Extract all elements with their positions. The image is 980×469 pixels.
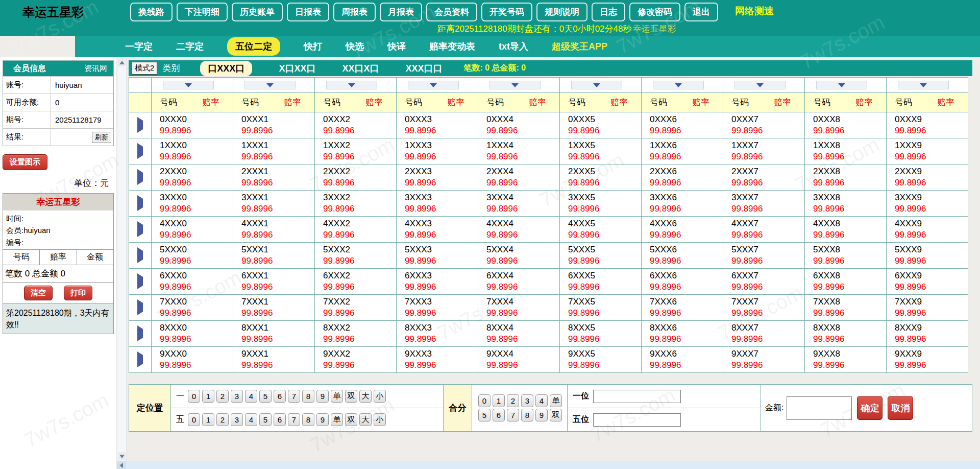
set-image-button[interactable]: 设置图示 <box>3 154 47 170</box>
odds-cell[interactable]: 8XXX099.8996 <box>152 321 233 347</box>
odds-cell[interactable]: 8XXX899.8996 <box>805 321 887 347</box>
odds-cell[interactable]: 3XXX799.8996 <box>723 191 805 217</box>
odds-cell[interactable]: 5XXX099.8996 <box>152 243 233 269</box>
odds-cell[interactable]: 6XXX599.8996 <box>560 269 642 295</box>
odds-cell[interactable]: 2XXX499.8996 <box>478 165 560 191</box>
odds-cell[interactable]: 7XXX399.8996 <box>397 295 478 321</box>
odds-cell[interactable]: 8XXX699.8996 <box>642 321 723 347</box>
odds-cell[interactable]: 3XXX699.8996 <box>642 191 723 217</box>
odds-cell[interactable]: 0XXX999.8996 <box>887 112 968 138</box>
cancel-button[interactable]: 取消 <box>888 396 913 420</box>
sum-button-4[interactable]: 4 <box>535 394 548 407</box>
nav-button-日志[interactable]: 日志 <box>592 3 625 21</box>
odds-cell[interactable]: 1XXX599.8996 <box>560 138 642 165</box>
row-handle[interactable] <box>129 138 152 165</box>
nav-button-日报表[interactable]: 日报表 <box>287 3 329 21</box>
odds-cell[interactable]: 0XXX399.8996 <box>397 112 478 138</box>
scroll-left-button[interactable] <box>117 461 126 469</box>
odds-cell[interactable]: 7XXX899.8996 <box>805 295 887 321</box>
odds-cell[interactable]: 4XXX799.8996 <box>723 217 805 243</box>
sum-button-1[interactable]: 1 <box>493 394 505 407</box>
odds-cell[interactable]: 1XXX499.8996 <box>478 138 560 165</box>
odds-cell[interactable]: 1XXX799.8996 <box>723 138 805 165</box>
digit-button-五-单[interactable]: 单 <box>331 413 343 426</box>
sum-button-3[interactable]: 3 <box>521 394 533 407</box>
odds-cell[interactable]: 6XXX699.8996 <box>642 269 723 295</box>
odds-cell[interactable]: 3XXX999.8996 <box>887 191 968 217</box>
column-filter-dropdown[interactable] <box>326 81 377 89</box>
digit-button-一-3[interactable]: 3 <box>231 390 243 403</box>
odds-cell[interactable]: 7XXX799.8996 <box>723 295 805 321</box>
odds-cell[interactable]: 6XXX199.8996 <box>233 269 315 295</box>
column-filter-dropdown[interactable] <box>653 81 704 89</box>
row-handle[interactable] <box>129 165 152 191</box>
digit-button-一-大[interactable]: 大 <box>359 390 372 403</box>
odds-cell[interactable]: 1XXX099.8996 <box>152 138 233 165</box>
digit-button-五-5[interactable]: 5 <box>259 413 272 426</box>
pattern-tab-X口XX口[interactable]: X口XX口 <box>279 62 315 75</box>
nav-button-周报表[interactable]: 周报表 <box>333 3 376 21</box>
odds-cell[interactable]: 2XXX199.8996 <box>233 165 315 191</box>
digit-button-五-1[interactable]: 1 <box>202 413 214 426</box>
odds-cell[interactable]: 4XXX199.8996 <box>233 217 315 243</box>
odds-cell[interactable]: 6XXX099.8996 <box>152 269 233 295</box>
refresh-button[interactable]: 刷新 <box>92 132 111 143</box>
odds-cell[interactable]: 2XXX399.8996 <box>397 165 478 191</box>
column-filter-dropdown[interactable] <box>163 81 214 89</box>
sum-button-8[interactable]: 8 <box>521 409 533 421</box>
odds-cell[interactable]: 0XXX499.8996 <box>478 112 560 138</box>
nav-button-会员资料[interactable]: 会员资料 <box>426 3 477 21</box>
odds-cell[interactable]: 1XXX399.8996 <box>397 138 478 165</box>
pattern-tab-XX口X口[interactable]: XX口X口 <box>342 62 379 75</box>
digit-button-五-4[interactable]: 4 <box>245 413 257 426</box>
digit-button-一-8[interactable]: 8 <box>302 390 314 403</box>
odds-cell[interactable]: 2XXX299.8996 <box>315 165 397 191</box>
odds-cell[interactable]: 0XXX899.8996 <box>805 112 887 138</box>
odds-cell[interactable]: 6XXX399.8996 <box>397 269 478 295</box>
tab-txt导入[interactable]: txt导入 <box>499 40 528 53</box>
column-filter-dropdown[interactable] <box>571 81 622 89</box>
odds-cell[interactable]: 2XXX899.8996 <box>805 165 887 191</box>
odds-cell[interactable]: 1XXX699.8996 <box>642 138 723 165</box>
odds-cell[interactable]: 1XXX299.8996 <box>315 138 397 165</box>
digit-button-一-6[interactable]: 6 <box>274 390 286 403</box>
digit-button-一-5[interactable]: 5 <box>259 390 272 403</box>
column-filter-dropdown[interactable] <box>816 81 867 89</box>
tab-app-link[interactable]: 超级奖王APP <box>552 40 607 53</box>
network-speed-link[interactable]: 网络测速 <box>735 5 774 18</box>
digit-button-一-单[interactable]: 单 <box>331 390 343 403</box>
sum-button-6[interactable]: 6 <box>493 409 505 421</box>
odds-cell[interactable]: 5XXX799.8996 <box>723 243 805 269</box>
odds-cell[interactable]: 7XXX499.8996 <box>478 295 560 321</box>
nav-button-规则说明[interactable]: 规则说明 <box>536 3 587 21</box>
odds-cell[interactable]: 3XXX599.8996 <box>560 191 642 217</box>
odds-cell[interactable]: 2XXX699.8996 <box>642 165 723 191</box>
odds-cell[interactable]: 5XXX699.8996 <box>642 243 723 269</box>
sum-button-2[interactable]: 2 <box>507 394 519 407</box>
digit-button-一-0[interactable]: 0 <box>188 390 200 403</box>
row-handle[interactable] <box>129 347 152 373</box>
odds-cell[interactable]: 7XXX099.8996 <box>152 295 233 321</box>
pattern-tab-口XXX口[interactable]: 口XXX口 <box>200 61 252 76</box>
odds-cell[interactable]: 8XXX399.8996 <box>397 321 478 347</box>
odds-cell[interactable]: 9XXX399.8996 <box>397 347 478 373</box>
odds-cell[interactable]: 6XXX299.8996 <box>315 269 397 295</box>
sum-button-0[interactable]: 0 <box>478 394 491 407</box>
odds-cell[interactable]: 1XXX199.8996 <box>233 138 315 165</box>
odds-cell[interactable]: 2XXX999.8996 <box>887 165 968 191</box>
odds-cell[interactable]: 3XXX299.8996 <box>315 191 397 217</box>
digit-button-五-大[interactable]: 大 <box>359 413 372 426</box>
odds-cell[interactable]: 2XXX799.8996 <box>723 165 805 191</box>
digit-button-五-6[interactable]: 6 <box>274 413 286 426</box>
odds-cell[interactable]: 9XXX499.8996 <box>478 347 560 373</box>
odds-cell[interactable]: 6XXX799.8996 <box>723 269 805 295</box>
odds-cell[interactable]: 6XXX499.8996 <box>478 269 560 295</box>
odds-cell[interactable]: 0XXX099.8996 <box>152 112 233 138</box>
odds-cell[interactable]: 3XXX199.8996 <box>233 191 315 217</box>
odds-cell[interactable]: 7XXX699.8996 <box>642 295 723 321</box>
odds-cell[interactable]: 9XXX999.8996 <box>887 347 968 373</box>
odds-cell[interactable]: 5XXX599.8996 <box>560 243 642 269</box>
scroll-down-button[interactable] <box>118 452 126 460</box>
odds-cell[interactable]: 0XXX799.8996 <box>723 112 805 138</box>
odds-cell[interactable]: 3XXX099.8996 <box>152 191 233 217</box>
